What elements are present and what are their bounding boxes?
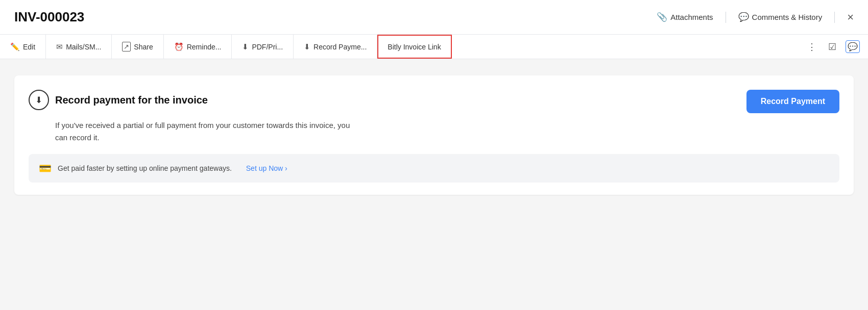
- payment-gateway-banner: 💳 Get paid faster by setting up online p…: [29, 154, 839, 183]
- close-button[interactable]: ×: [847, 12, 854, 23]
- card-title: Record payment for the invoice: [55, 94, 208, 106]
- more-options-button[interactable]: ⋮: [803, 38, 821, 56]
- comments-history-button[interactable]: 💬 Comments & History: [738, 12, 823, 22]
- chat-button[interactable]: 💬: [843, 38, 862, 56]
- toolbar-spacer: [452, 35, 797, 59]
- comments-label: Comments & History: [752, 13, 823, 21]
- bitly-invoice-link-button[interactable]: Bitly Invoice Link: [377, 35, 451, 59]
- edit-button[interactable]: ✏️ Edit: [0, 35, 46, 59]
- card-title-icon: ⬇: [29, 90, 49, 110]
- toolbar: ✏️ Edit ✉ Mails/SM... ↗ Share ⏰ Reminde.…: [0, 35, 868, 59]
- reminders-label: Reminde...: [187, 43, 222, 51]
- share-label: Share: [134, 43, 153, 51]
- mails-label: Mails/SM...: [66, 43, 101, 51]
- card-description: If you've received a partial or full pay…: [55, 119, 839, 144]
- description-line2: can record it.: [55, 133, 100, 142]
- record-payment-button[interactable]: Record Payment: [746, 90, 839, 113]
- more-icon: ⋮: [807, 41, 816, 53]
- header-divider: [726, 12, 726, 23]
- check-icon: ☑: [828, 41, 836, 53]
- modal-container: INV-000023 📎 Attachments 💬 Comments & Hi…: [0, 0, 868, 310]
- checklist-button[interactable]: ☑: [823, 38, 841, 56]
- card-title-row: ⬇ Record payment for the invoice: [29, 90, 208, 110]
- pdf-print-button[interactable]: ⬇ PDF/Pri...: [232, 35, 294, 59]
- pdf-label: PDF/Pri...: [252, 43, 283, 51]
- setup-now-link[interactable]: Set up Now ›: [246, 164, 287, 172]
- attachments-label: Attachments: [670, 13, 713, 21]
- record-payment-toolbar-button[interactable]: ⬇ Record Payme...: [294, 35, 377, 59]
- main-content: ⬇ Record payment for the invoice Record …: [0, 59, 868, 310]
- header-divider-2: [834, 12, 835, 23]
- header-actions: 📎 Attachments 💬 Comments & History ×: [657, 12, 854, 23]
- record-payment-toolbar-label: Record Payme...: [314, 43, 367, 51]
- gateway-text: Get paid faster by setting up online pay…: [58, 164, 232, 172]
- comments-icon: 💬: [738, 12, 749, 22]
- modal-header: INV-000023 📎 Attachments 💬 Comments & Hi…: [0, 0, 868, 35]
- toolbar-right-icons: ⋮ ☑ 💬: [797, 35, 868, 59]
- share-button[interactable]: ↗ Share: [112, 35, 163, 59]
- record-payment-icon: ⬇: [304, 42, 310, 51]
- card-header: ⬇ Record payment for the invoice Record …: [29, 90, 839, 113]
- attachment-icon: 📎: [657, 12, 667, 22]
- record-payment-card: ⬇ Record payment for the invoice Record …: [14, 75, 854, 195]
- invoice-title: INV-000023: [14, 9, 84, 25]
- bitly-label: Bitly Invoice Link: [388, 43, 441, 51]
- download-circle-icon: ⬇: [35, 95, 42, 106]
- reminders-button[interactable]: ⏰ Reminde...: [164, 35, 232, 59]
- description-line1: If you've received a partial or full pay…: [55, 121, 350, 130]
- edit-label: Edit: [23, 43, 35, 51]
- chat-icon: 💬: [846, 40, 860, 53]
- mail-icon: ✉: [56, 42, 63, 51]
- mails-sms-button[interactable]: ✉ Mails/SM...: [46, 35, 112, 59]
- share-icon: ↗: [122, 42, 131, 51]
- edit-icon: ✏️: [10, 42, 20, 51]
- reminder-icon: ⏰: [174, 42, 184, 51]
- credit-card-icon: 💳: [39, 162, 52, 174]
- attachments-button[interactable]: 📎 Attachments: [657, 12, 713, 22]
- pdf-icon: ⬇: [242, 42, 249, 51]
